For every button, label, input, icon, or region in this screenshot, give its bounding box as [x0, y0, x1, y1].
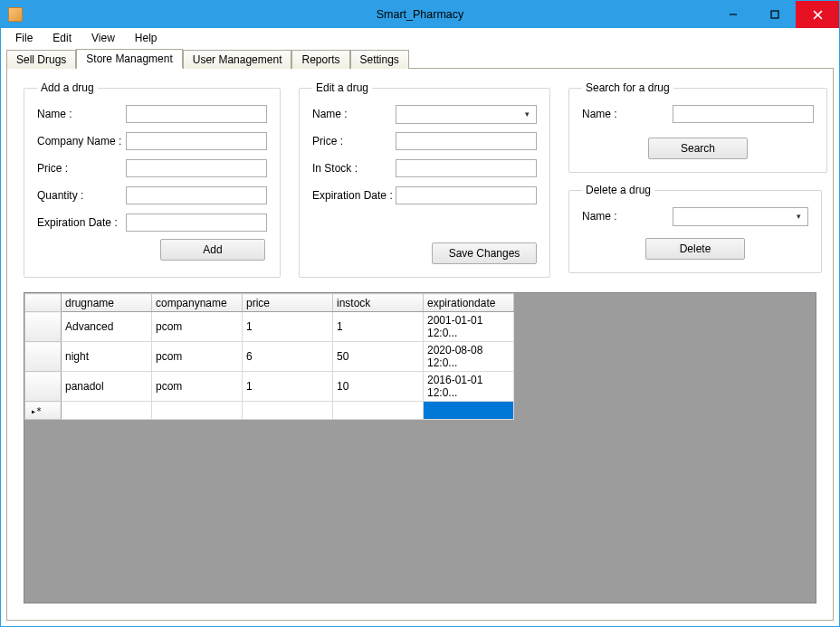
grid-header-instock[interactable]: instock — [333, 294, 424, 312]
add-price-input[interactable] — [126, 159, 267, 177]
edit-instock-label: In Stock : — [312, 162, 396, 175]
grid-cell-companyname[interactable]: pcom — [152, 312, 243, 342]
grid-cell-expirationdate[interactable]: 2020-08-08 12:0... — [424, 342, 514, 372]
grid-cell-companyname[interactable]: pcom — [152, 372, 243, 402]
drugs-grid[interactable]: drugname companyname price instock expir… — [24, 293, 514, 420]
tab-settings[interactable]: Settings — [350, 50, 409, 69]
grid-header-expirationdate[interactable]: expirationdate — [424, 294, 514, 312]
grid-corner-header[interactable] — [25, 294, 62, 312]
edit-expiration-input[interactable] — [396, 186, 537, 204]
tabstrip: Sell Drugs Store Managment User Manageme… — [1, 48, 839, 68]
groupbox-delete-drug-legend: Delete a drug — [582, 184, 654, 196]
table-row[interactable]: night pcom 6 50 2020-08-08 12:0... — [25, 342, 514, 372]
edit-price-input[interactable] — [396, 132, 537, 150]
delete-name-label: Name : — [582, 210, 638, 223]
search-name-label: Name : — [582, 108, 638, 120]
grid-new-cell[interactable] — [333, 402, 424, 420]
grid-row-header[interactable] — [25, 372, 62, 402]
menu-edit[interactable]: Edit — [43, 30, 81, 46]
grid-new-row[interactable]: ▸* — [25, 402, 514, 420]
grid-cell-expirationdate[interactable]: 2016-01-01 12:0... — [424, 372, 514, 402]
grid-cell-companyname[interactable]: pcom — [152, 342, 243, 372]
grid-header-drugname[interactable]: drugname — [62, 294, 152, 312]
table-row[interactable]: Advanced pcom 1 1 2001-01-01 12:0... — [25, 312, 514, 342]
new-row-marker-icon: ▸* — [29, 406, 42, 416]
drugs-grid-container: drugname companyname price instock expir… — [24, 292, 816, 603]
grid-new-cell-selected[interactable] — [424, 402, 514, 420]
edit-name-combo[interactable]: ▾ — [396, 105, 537, 124]
grid-cell-price[interactable]: 1 — [243, 312, 333, 342]
grid-header-price[interactable]: price — [243, 294, 333, 312]
add-expiration-input[interactable] — [126, 214, 267, 232]
window-title: Smart_Pharmacy — [377, 8, 464, 21]
groupbox-add-drug-legend: Add a drug — [37, 81, 98, 94]
menubar: File Edit View Help — [1, 28, 839, 48]
delete-button[interactable]: Delete — [645, 238, 745, 260]
groupbox-add-drug: Add a drug Name : Company Name : Price :… — [24, 81, 281, 278]
minimize-button[interactable] — [712, 1, 754, 28]
grid-cell-price[interactable]: 6 — [243, 342, 333, 372]
add-company-input[interactable] — [126, 132, 267, 150]
add-expiration-label: Expiration Date : — [37, 216, 126, 229]
add-quantity-input[interactable] — [126, 186, 267, 204]
add-button[interactable]: Add — [160, 239, 265, 261]
grid-cell-drugname[interactable]: panadol — [62, 372, 152, 402]
delete-name-combo[interactable]: ▾ — [673, 207, 808, 226]
edit-price-label: Price : — [312, 135, 396, 147]
add-name-input[interactable] — [126, 105, 267, 123]
tab-reports[interactable]: Reports — [291, 50, 349, 69]
add-price-label: Price : — [37, 162, 126, 175]
grid-cell-instock[interactable]: 1 — [333, 312, 424, 342]
grid-row-header[interactable] — [25, 312, 62, 342]
grid-new-cell[interactable] — [62, 402, 152, 420]
grid-cell-instock[interactable]: 10 — [333, 372, 424, 402]
groupbox-search-drug: Search for a drug Name : Search — [568, 81, 827, 173]
tab-store-management[interactable]: Store Managment — [76, 49, 182, 69]
menu-file[interactable]: File — [6, 30, 42, 46]
menu-help[interactable]: Help — [126, 30, 167, 46]
close-button[interactable] — [796, 1, 839, 28]
add-company-label: Company Name : — [37, 135, 126, 147]
add-quantity-label: Quantity : — [37, 189, 126, 202]
grid-cell-expirationdate[interactable]: 2001-01-01 12:0... — [424, 312, 514, 342]
edit-name-label: Name : — [312, 108, 396, 120]
grid-new-cell[interactable] — [152, 402, 243, 420]
tabpanel-store-management: Add a drug Name : Company Name : Price :… — [6, 68, 834, 621]
groupbox-edit-drug: Edit a drug Name : ▾ Price : In Stock : … — [299, 81, 550, 278]
grid-new-row-header[interactable]: ▸* — [25, 402, 62, 420]
groupbox-edit-drug-legend: Edit a drug — [312, 81, 372, 94]
table-row[interactable]: panadol pcom 1 10 2016-01-01 12:0... — [25, 372, 514, 402]
groupbox-search-drug-legend: Search for a drug — [582, 81, 673, 94]
grid-row-header[interactable] — [25, 342, 62, 372]
search-button[interactable]: Search — [648, 138, 748, 159]
grid-cell-drugname[interactable]: night — [62, 342, 152, 372]
app-window: Smart_Pharmacy File Edit View Help Sell … — [0, 0, 840, 627]
svg-rect-1 — [771, 11, 778, 18]
save-changes-button[interactable]: Save Changes — [432, 242, 537, 264]
search-name-input[interactable] — [673, 105, 814, 123]
add-name-label: Name : — [37, 108, 126, 120]
edit-instock-input[interactable] — [396, 159, 537, 177]
menu-view[interactable]: View — [82, 30, 124, 46]
chevron-down-icon: ▾ — [520, 109, 534, 119]
grid-header-companyname[interactable]: companyname — [152, 294, 243, 312]
grid-cell-price[interactable]: 1 — [243, 372, 333, 402]
tab-user-management[interactable]: User Management — [183, 50, 292, 69]
grid-cell-drugname[interactable]: Advanced — [62, 312, 152, 342]
edit-expiration-label: Expiration Date : — [312, 189, 396, 202]
grid-cell-instock[interactable]: 50 — [333, 342, 424, 372]
groupbox-delete-drug: Delete a drug Name : ▾ Delete — [568, 184, 822, 273]
chevron-down-icon: ▾ — [791, 212, 806, 221]
grid-new-cell[interactable] — [243, 402, 333, 420]
titlebar[interactable]: Smart_Pharmacy — [1, 1, 839, 28]
maximize-button[interactable] — [754, 1, 796, 28]
app-icon — [8, 7, 23, 22]
tab-sell-drugs[interactable]: Sell Drugs — [6, 50, 76, 69]
